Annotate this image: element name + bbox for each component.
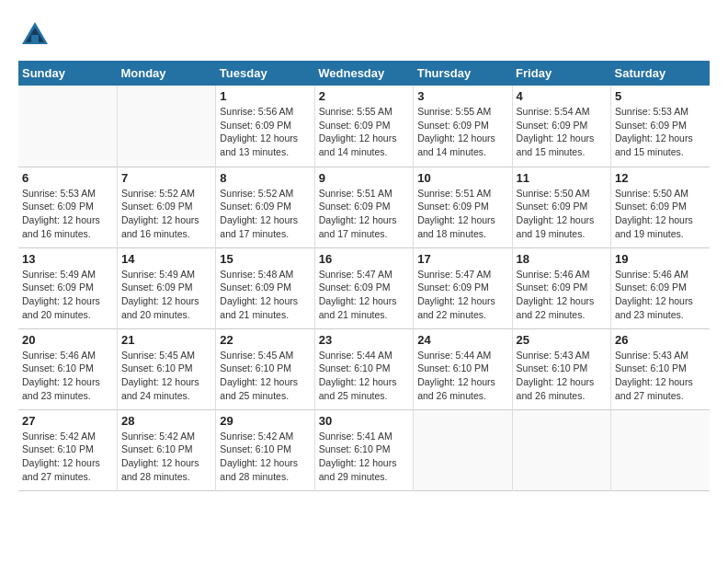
day-info: Sunrise: 5:42 AMSunset: 6:10 PMDaylight:…	[121, 430, 211, 484]
day-cell	[512, 409, 610, 490]
day-number: 8	[220, 171, 310, 185]
day-number: 14	[121, 252, 211, 266]
day-number: 30	[319, 414, 409, 428]
day-number: 17	[417, 252, 507, 266]
day-cell: 30Sunrise: 5:41 AMSunset: 6:10 PMDayligh…	[314, 409, 413, 490]
day-number: 22	[220, 333, 310, 347]
day-number: 28	[121, 414, 211, 428]
day-number: 5	[615, 89, 706, 103]
week-row-2: 6Sunrise: 5:53 AMSunset: 6:09 PMDaylight…	[18, 167, 710, 247]
day-number: 12	[615, 171, 706, 185]
day-number: 18	[517, 252, 607, 266]
day-cell: 17Sunrise: 5:47 AMSunset: 6:09 PMDayligh…	[414, 247, 512, 328]
day-cell: 21Sunrise: 5:45 AMSunset: 6:10 PMDayligh…	[117, 328, 215, 409]
header-day-tuesday: Tuesday	[216, 61, 314, 86]
day-cell: 14Sunrise: 5:49 AMSunset: 6:09 PMDayligh…	[117, 247, 215, 328]
calendar-header-row: SundayMondayTuesdayWednesdayThursdayFrid…	[18, 61, 710, 86]
day-number: 19	[615, 252, 706, 266]
header-day-wednesday: Wednesday	[314, 61, 413, 86]
day-number: 10	[417, 171, 507, 185]
day-info: Sunrise: 5:53 AMSunset: 6:09 PMDaylight:…	[22, 187, 113, 241]
day-number: 25	[517, 333, 607, 347]
day-cell: 16Sunrise: 5:47 AMSunset: 6:09 PMDayligh…	[314, 247, 413, 328]
day-cell: 28Sunrise: 5:42 AMSunset: 6:10 PMDayligh…	[117, 409, 215, 490]
day-info: Sunrise: 5:55 AMSunset: 6:09 PMDaylight:…	[417, 105, 507, 159]
day-info: Sunrise: 5:42 AMSunset: 6:10 PMDaylight:…	[22, 430, 113, 484]
day-cell	[414, 409, 512, 490]
day-info: Sunrise: 5:53 AMSunset: 6:09 PMDaylight:…	[615, 105, 706, 159]
day-cell: 11Sunrise: 5:50 AMSunset: 6:09 PMDayligh…	[512, 167, 610, 247]
day-cell: 20Sunrise: 5:46 AMSunset: 6:10 PMDayligh…	[18, 328, 117, 409]
day-cell: 5Sunrise: 5:53 AMSunset: 6:09 PMDaylight…	[611, 86, 710, 167]
day-info: Sunrise: 5:48 AMSunset: 6:09 PMDaylight:…	[220, 268, 310, 322]
header-day-saturday: Saturday	[611, 61, 710, 86]
header-day-sunday: Sunday	[18, 61, 117, 86]
day-cell: 25Sunrise: 5:43 AMSunset: 6:10 PMDayligh…	[512, 328, 610, 409]
day-cell	[611, 409, 710, 490]
day-number: 26	[615, 333, 706, 347]
header-day-friday: Friday	[512, 61, 610, 86]
day-number: 2	[319, 89, 409, 103]
day-info: Sunrise: 5:46 AMSunset: 6:10 PMDaylight:…	[22, 349, 113, 403]
day-number: 4	[517, 89, 607, 103]
day-info: Sunrise: 5:51 AMSunset: 6:09 PMDaylight:…	[417, 187, 507, 241]
day-number: 20	[22, 333, 113, 347]
day-cell: 23Sunrise: 5:44 AMSunset: 6:10 PMDayligh…	[314, 328, 413, 409]
day-info: Sunrise: 5:45 AMSunset: 6:10 PMDaylight:…	[220, 349, 310, 403]
day-info: Sunrise: 5:43 AMSunset: 6:10 PMDaylight:…	[615, 349, 706, 403]
day-info: Sunrise: 5:56 AMSunset: 6:09 PMDaylight:…	[220, 105, 310, 159]
day-cell: 22Sunrise: 5:45 AMSunset: 6:10 PMDayligh…	[216, 328, 314, 409]
week-row-1: 1Sunrise: 5:56 AMSunset: 6:09 PMDaylight…	[18, 86, 710, 167]
day-number: 16	[319, 252, 409, 266]
day-info: Sunrise: 5:50 AMSunset: 6:09 PMDaylight:…	[615, 187, 706, 241]
day-cell: 19Sunrise: 5:46 AMSunset: 6:09 PMDayligh…	[611, 247, 710, 328]
day-cell: 7Sunrise: 5:52 AMSunset: 6:09 PMDaylight…	[117, 167, 215, 247]
svg-rect-2	[31, 35, 39, 44]
day-number: 1	[220, 89, 310, 103]
day-info: Sunrise: 5:41 AMSunset: 6:10 PMDaylight:…	[319, 430, 409, 484]
header-day-monday: Monday	[117, 61, 215, 86]
day-number: 7	[121, 171, 211, 185]
day-cell	[18, 86, 117, 167]
day-info: Sunrise: 5:46 AMSunset: 6:09 PMDaylight:…	[517, 268, 607, 322]
day-cell: 10Sunrise: 5:51 AMSunset: 6:09 PMDayligh…	[414, 167, 512, 247]
day-cell: 4Sunrise: 5:54 AMSunset: 6:09 PMDaylight…	[512, 86, 610, 167]
day-number: 9	[319, 171, 409, 185]
day-number: 6	[22, 171, 113, 185]
day-number: 29	[220, 414, 310, 428]
week-row-3: 13Sunrise: 5:49 AMSunset: 6:09 PMDayligh…	[18, 247, 710, 328]
day-cell: 3Sunrise: 5:55 AMSunset: 6:09 PMDaylight…	[414, 86, 512, 167]
day-info: Sunrise: 5:46 AMSunset: 6:09 PMDaylight:…	[615, 268, 706, 322]
day-number: 24	[417, 333, 507, 347]
day-cell: 24Sunrise: 5:44 AMSunset: 6:10 PMDayligh…	[414, 328, 512, 409]
header-day-thursday: Thursday	[414, 61, 512, 86]
week-row-4: 20Sunrise: 5:46 AMSunset: 6:10 PMDayligh…	[18, 328, 710, 409]
logo-icon	[18, 18, 51, 52]
day-number: 13	[22, 252, 113, 266]
day-cell: 12Sunrise: 5:50 AMSunset: 6:09 PMDayligh…	[611, 167, 710, 247]
day-number: 15	[220, 252, 310, 266]
calendar-table: SundayMondayTuesdayWednesdayThursdayFrid…	[18, 61, 710, 491]
day-cell: 6Sunrise: 5:53 AMSunset: 6:09 PMDaylight…	[18, 167, 117, 247]
day-cell: 15Sunrise: 5:48 AMSunset: 6:09 PMDayligh…	[216, 247, 314, 328]
day-info: Sunrise: 5:47 AMSunset: 6:09 PMDaylight:…	[319, 268, 409, 322]
day-cell: 9Sunrise: 5:51 AMSunset: 6:09 PMDaylight…	[314, 167, 413, 247]
day-number: 27	[22, 414, 113, 428]
day-info: Sunrise: 5:50 AMSunset: 6:09 PMDaylight:…	[517, 187, 607, 241]
day-number: 11	[517, 171, 607, 185]
day-info: Sunrise: 5:52 AMSunset: 6:09 PMDaylight:…	[220, 187, 310, 241]
day-info: Sunrise: 5:49 AMSunset: 6:09 PMDaylight:…	[22, 268, 113, 322]
day-cell: 8Sunrise: 5:52 AMSunset: 6:09 PMDaylight…	[216, 167, 314, 247]
day-info: Sunrise: 5:43 AMSunset: 6:10 PMDaylight:…	[517, 349, 607, 403]
week-row-5: 27Sunrise: 5:42 AMSunset: 6:10 PMDayligh…	[18, 409, 710, 490]
day-cell: 18Sunrise: 5:46 AMSunset: 6:09 PMDayligh…	[512, 247, 610, 328]
day-cell: 29Sunrise: 5:42 AMSunset: 6:10 PMDayligh…	[216, 409, 314, 490]
page-header	[18, 18, 710, 52]
day-info: Sunrise: 5:54 AMSunset: 6:09 PMDaylight:…	[517, 105, 607, 159]
day-info: Sunrise: 5:45 AMSunset: 6:10 PMDaylight:…	[121, 349, 211, 403]
day-cell: 26Sunrise: 5:43 AMSunset: 6:10 PMDayligh…	[611, 328, 710, 409]
day-number: 3	[417, 89, 507, 103]
day-info: Sunrise: 5:44 AMSunset: 6:10 PMDaylight:…	[319, 349, 409, 403]
day-info: Sunrise: 5:55 AMSunset: 6:09 PMDaylight:…	[319, 105, 409, 159]
day-number: 23	[319, 333, 409, 347]
